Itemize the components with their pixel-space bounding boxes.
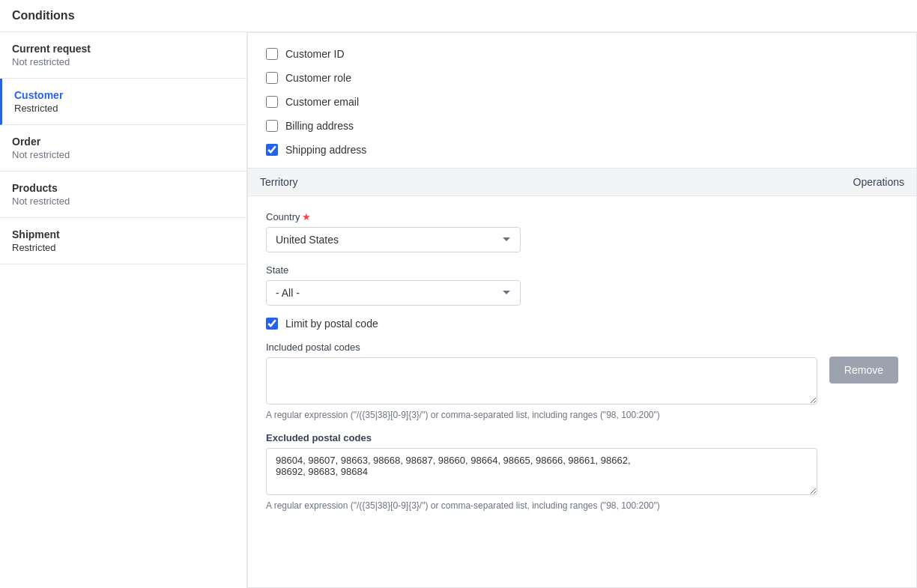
sidebar-item-title: Shipment xyxy=(12,228,234,240)
country-select[interactable]: United StatesCanadaUnited KingdomAustral… xyxy=(266,227,521,252)
country-group: Country★ United StatesCanadaUnited Kingd… xyxy=(266,211,898,252)
customer-email-label[interactable]: Customer email xyxy=(285,96,359,108)
sidebar-item-title: Order xyxy=(12,136,234,148)
checkbox-row-customer-id: Customer ID xyxy=(266,48,898,60)
billing-address-checkbox[interactable] xyxy=(266,120,278,132)
required-marker: ★ xyxy=(302,211,311,222)
territory-header: Territory Operations xyxy=(248,168,916,196)
sidebar-item-shipment[interactable]: Shipment Restricted xyxy=(0,218,246,264)
checkbox-row-customer-role: Customer role xyxy=(266,72,898,84)
remove-button[interactable]: Remove xyxy=(829,357,898,384)
customer-id-checkbox[interactable] xyxy=(266,48,278,60)
sidebar-item-subtitle: Not restricted xyxy=(12,56,234,67)
main-panel: Customer ID Customer role Customer email… xyxy=(247,32,917,588)
sidebar-item-title: Customer xyxy=(14,89,234,101)
customer-role-checkbox[interactable] xyxy=(266,72,278,84)
territory-label: Territory xyxy=(260,176,298,188)
sidebar-item-subtitle: Restricted xyxy=(12,242,234,253)
sidebar-item-products[interactable]: Products Not restricted xyxy=(0,172,246,218)
country-label: Country★ xyxy=(266,211,898,222)
remove-button-container: Remove xyxy=(829,342,898,384)
page-wrapper: Conditions Current request Not restricte… xyxy=(0,0,917,588)
excluded-postal-group: Excluded postal codes A regular expressi… xyxy=(266,432,817,511)
customer-email-checkbox[interactable] xyxy=(266,96,278,108)
customer-role-label[interactable]: Customer role xyxy=(285,72,351,84)
state-label: State xyxy=(266,264,898,276)
sidebar-item-title: Products xyxy=(12,182,234,194)
limit-postal-row: Limit by postal code xyxy=(266,318,898,330)
sidebar-item-subtitle: Not restricted xyxy=(12,149,234,160)
postal-fields: Included postal codes A regular expressi… xyxy=(266,342,817,523)
included-postal-hint: A regular expression ("/({35|38}[0-9]{3}… xyxy=(266,410,817,420)
limit-postal-checkbox[interactable] xyxy=(266,318,278,330)
limit-postal-label[interactable]: Limit by postal code xyxy=(285,318,378,330)
included-postal-label: Included postal codes xyxy=(266,342,817,353)
sidebar-item-subtitle: Restricted xyxy=(14,103,234,114)
state-select[interactable]: - All -CaliforniaNew YorkTexasFloridaWas… xyxy=(266,280,521,306)
billing-address-label[interactable]: Billing address xyxy=(285,120,354,132)
state-group: State - All -CaliforniaNew YorkTexasFlor… xyxy=(266,264,898,306)
sidebar: Current request Not restricted Customer … xyxy=(0,32,247,588)
excluded-postal-hint: A regular expression ("/({35|38}[0-9]{3}… xyxy=(266,500,817,511)
excluded-postal-label: Excluded postal codes xyxy=(266,432,817,443)
sidebar-item-current-request[interactable]: Current request Not restricted xyxy=(0,32,246,79)
content-area: Current request Not restricted Customer … xyxy=(0,32,917,588)
included-postal-textarea[interactable] xyxy=(266,357,817,404)
shipping-address-checkbox[interactable] xyxy=(266,144,278,156)
checkbox-row-billing-address: Billing address xyxy=(266,120,898,132)
customer-id-label[interactable]: Customer ID xyxy=(285,48,345,60)
sidebar-item-customer[interactable]: Customer Restricted xyxy=(0,79,246,125)
shipping-address-label[interactable]: Shipping address xyxy=(285,144,366,156)
included-postal-group: Included postal codes A regular expressi… xyxy=(266,342,817,420)
sidebar-item-subtitle: Not restricted xyxy=(12,196,234,207)
sidebar-item-order[interactable]: Order Not restricted xyxy=(0,125,246,172)
excluded-postal-textarea[interactable] xyxy=(266,448,817,495)
operations-label: Operations xyxy=(853,176,904,188)
sidebar-item-title: Current request xyxy=(12,43,234,55)
checkbox-row-shipping-address: Shipping address xyxy=(266,144,898,156)
page-title: Conditions xyxy=(0,0,917,32)
checkbox-row-customer-email: Customer email xyxy=(266,96,898,108)
postal-area: Included postal codes A regular expressi… xyxy=(266,342,898,523)
